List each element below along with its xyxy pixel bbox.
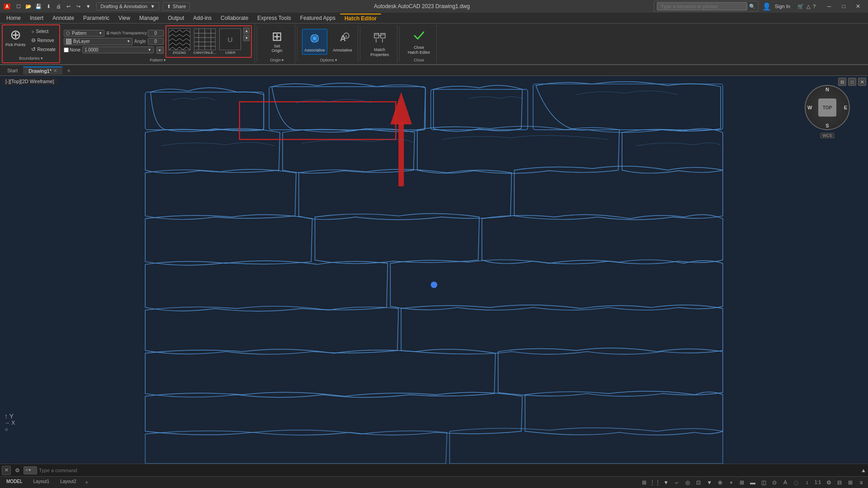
- menu-home[interactable]: Home: [2, 14, 25, 22]
- menu-expresstools[interactable]: Express Tools: [253, 14, 295, 22]
- match-properties-button[interactable]: MatchProperties: [365, 29, 394, 59]
- options-group-label[interactable]: Options ▾: [302, 58, 355, 62]
- drawing-area[interactable]: [-][Top][2D Wireframe] ⊟ □ ✕: [0, 76, 868, 464]
- cmd-settings-icon[interactable]: ⚙: [13, 466, 22, 475]
- menu-view[interactable]: View: [114, 14, 135, 22]
- add-layout-button[interactable]: +: [83, 479, 91, 487]
- prop-expand-button[interactable]: ▾: [156, 47, 164, 54]
- qat-dropdown[interactable]: ▼: [84, 2, 93, 11]
- zigzag-pattern-item[interactable]: ZIGZAG: [168, 28, 191, 56]
- save-button[interactable]: 💾: [34, 2, 43, 11]
- pattern-group-label[interactable]: Pattern ▾: [64, 58, 252, 62]
- search-bar[interactable]: 🔍: [654, 1, 759, 12]
- print-button[interactable]: 🖨: [54, 2, 63, 11]
- menu-addins[interactable]: Add-ins: [189, 14, 216, 22]
- store-icon[interactable]: 🛒: [797, 4, 804, 9]
- pattern-previews: ZIGZAG: [165, 25, 252, 58]
- autodesk-icon[interactable]: △: [807, 4, 810, 9]
- annotation-vis-button[interactable]: ◌: [791, 478, 801, 487]
- viewport-close-button[interactable]: ✕: [858, 78, 866, 86]
- search-input[interactable]: [657, 2, 747, 10]
- menu-parametric[interactable]: Parametric: [79, 14, 114, 22]
- close-hatch-editor-button[interactable]: CloseHatch Editor: [404, 27, 434, 57]
- angle-input[interactable]: 0: [148, 38, 164, 45]
- close-group-label[interactable]: Close: [414, 58, 424, 62]
- origin-group-label[interactable]: Origin ▾: [270, 58, 284, 62]
- minimize-button[interactable]: ─: [823, 2, 835, 11]
- command-input[interactable]: [39, 468, 859, 473]
- layout1-tab[interactable]: Layout1: [29, 479, 54, 487]
- add-tab-button[interactable]: +: [64, 66, 73, 75]
- cmd-expand-button[interactable]: ▲: [861, 467, 866, 474]
- grid-toggle[interactable]: ▼: [661, 478, 671, 487]
- drawing1-tab[interactable]: Drawing1* ✕: [23, 66, 62, 75]
- drawing1-close-icon[interactable]: ✕: [53, 68, 57, 73]
- workspace-selector[interactable]: Drafting & Annotation ▼: [96, 2, 159, 10]
- polar-button[interactable]: ◎: [683, 478, 693, 487]
- canyonle-pattern-item[interactable]: CANYONLE...: [193, 28, 217, 56]
- transparency-toggle[interactable]: ◫: [759, 478, 769, 487]
- scale-display[interactable]: 1:1: [813, 480, 823, 485]
- customize-button[interactable]: ≡: [856, 478, 866, 487]
- compass-widget[interactable]: N S E W TOP WCS: [805, 85, 850, 130]
- isolate-button[interactable]: ⊟: [835, 478, 844, 487]
- object-snap-tracking-button[interactable]: ⊗: [715, 478, 725, 487]
- fullscreen-button[interactable]: ⊞: [845, 478, 855, 487]
- recreate-button[interactable]: ↺ Recreate: [29, 45, 58, 53]
- cmd-clear-button[interactable]: ✕: [2, 466, 11, 475]
- pick-points-button[interactable]: ⊕ Pick Points: [5, 27, 27, 48]
- none-checkbox[interactable]: [64, 47, 69, 52]
- dynamic-input-button[interactable]: ⊞: [737, 478, 747, 487]
- pattern-top-row: ⬡ Pattern ▼ ≡ Hatch Transparency 0: [64, 30, 164, 37]
- maximize-button[interactable]: □: [837, 2, 850, 11]
- user-pattern-item[interactable]: U USER: [218, 28, 242, 56]
- boundaries-group-label[interactable]: Boundaries ▾: [5, 56, 57, 61]
- associative-button[interactable]: Associative: [302, 29, 327, 55]
- saveas-button[interactable]: ⬇: [44, 2, 53, 11]
- window-close-button[interactable]: ✕: [852, 2, 864, 11]
- annotate-scale-button[interactable]: A: [780, 478, 790, 487]
- help-icon[interactable]: ?: [813, 4, 816, 9]
- menu-featuredapps[interactable]: Featured Apps: [296, 14, 340, 22]
- annotative-button[interactable]: A A Annotative: [330, 29, 355, 54]
- signin-label[interactable]: Sign In: [775, 4, 790, 9]
- 3d-osnap-button[interactable]: ▼: [704, 478, 714, 487]
- viewport-label[interactable]: [-][Top][2D Wireframe]: [2, 78, 58, 85]
- search-icon[interactable]: 🔍: [749, 4, 755, 9]
- color-dropdown[interactable]: ByLayer ▼: [64, 38, 132, 45]
- workspace-button[interactable]: ⚙: [824, 478, 834, 487]
- object-snap-button[interactable]: ⊡: [693, 478, 703, 487]
- lineweight-button[interactable]: ▬: [748, 478, 758, 487]
- open-button[interactable]: 📂: [24, 2, 33, 11]
- pattern-dropdown[interactable]: ⬡ Pattern ▼: [64, 30, 104, 37]
- menu-annotate[interactable]: Annotate: [48, 14, 79, 22]
- select-button[interactable]: ⬦ Select: [29, 27, 58, 35]
- grid-button[interactable]: ⋮⋮: [650, 478, 660, 487]
- redo-button[interactable]: ↪: [74, 2, 83, 11]
- undo-button[interactable]: ↩: [64, 2, 73, 11]
- ortho-button[interactable]: ⌐: [672, 478, 682, 487]
- dynamic-ucs-button[interactable]: ⌖: [726, 478, 736, 487]
- set-origin-button[interactable]: ⊞ SetOrigin: [270, 28, 284, 55]
- transparency-input[interactable]: 0: [148, 30, 164, 37]
- menu-output[interactable]: Output: [163, 14, 189, 22]
- layout2-tab[interactable]: Layout2: [56, 479, 81, 487]
- snap-button[interactable]: ⊞: [639, 478, 649, 487]
- start-tab-label: Start: [7, 68, 18, 73]
- pattern-down-arrow[interactable]: ▼: [243, 35, 250, 41]
- pattern-up-arrow[interactable]: ▲: [243, 28, 250, 34]
- share-button[interactable]: ⬆ Share: [163, 2, 190, 11]
- cmd-dropdown-button[interactable]: ≡ ▼: [24, 466, 37, 474]
- menu-hatcheditor[interactable]: Hatch Editor: [340, 14, 381, 23]
- new-button[interactable]: ☐: [14, 2, 23, 11]
- menu-manage[interactable]: Manage: [135, 14, 163, 22]
- start-tab[interactable]: Start: [2, 67, 23, 74]
- compass-center[interactable]: TOP: [818, 99, 836, 117]
- model-tab[interactable]: MODEL: [2, 479, 27, 487]
- menu-insert[interactable]: Insert: [25, 14, 48, 22]
- selection-cycling-button[interactable]: ⊙: [769, 478, 779, 487]
- sync-scales-button[interactable]: ↕: [802, 478, 812, 487]
- scale-dropdown[interactable]: 1.0000 ▼: [82, 47, 154, 53]
- menu-collaborate[interactable]: Collaborate: [216, 14, 253, 22]
- remove-button[interactable]: ⊖ Remove: [29, 36, 58, 44]
